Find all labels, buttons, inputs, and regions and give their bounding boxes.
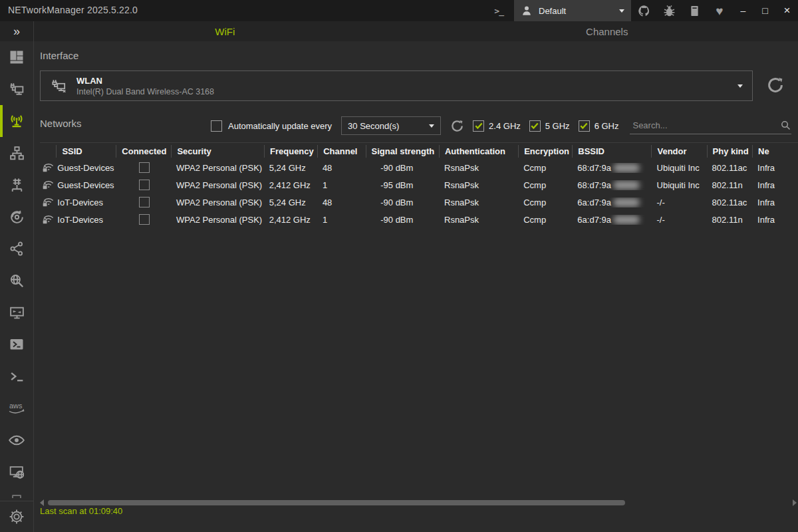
svg-text:aws: aws [9,402,23,410]
sidebar-item-settings[interactable] [0,501,33,532]
sponsor-button[interactable]: ♥ [707,0,732,21]
column-phy-kind[interactable]: Phy kind [708,145,753,158]
aws-icon: aws [7,400,27,417]
band-filter-24ghz[interactable]: 2.4 GHz [473,120,521,132]
sidebar-item-remote-desktop[interactable] [0,297,33,329]
cell-encryption: Ccmp [519,198,573,207]
monitor-globe-icon [9,464,25,481]
column-signal-strength[interactable]: Signal strength [366,145,440,158]
cell-ssid: IoT-Devices [57,215,116,225]
cell-authentication: RsnaPsk [440,198,519,207]
reload-interfaces-button[interactable] [762,72,789,98]
sidebar-item-wifi[interactable] [0,105,33,137]
cell-network: Infra [753,198,798,207]
report-bug-button[interactable] [656,0,682,21]
sidebar-item-ip-scanner[interactable] [0,137,33,169]
refresh-icon [765,75,785,95]
rescan-button[interactable] [449,118,465,134]
profile-selector[interactable]: Default [514,0,631,21]
cell-security: WPA2 Personal (PSK) [172,215,265,225]
column-bssid[interactable]: BSSID [573,145,652,158]
tab-channels[interactable]: Channels [416,21,798,41]
sidebar-item-tigervnc[interactable] [0,424,33,456]
connected-checkbox[interactable] [139,197,150,207]
horizontal-scrollbar[interactable] [40,499,797,507]
connected-checkbox[interactable] [139,162,150,173]
wifi-lock-icon [42,196,55,209]
band-checkbox[interactable] [579,120,590,132]
scroll-right-icon[interactable] [793,499,797,506]
column-vendor[interactable]: Vendor [652,145,707,158]
cell-network: Infra [753,215,798,225]
sidebar-item-partial-icon[interactable] [12,495,21,498]
column-ssid[interactable]: SSID [57,145,116,158]
auto-update-label: Automatically update every [228,121,332,131]
sidebar-item-dashboard[interactable] [0,41,33,73]
search-field[interactable] [630,117,791,134]
cell-vendor: Ubiquiti Inc [652,163,708,173]
cell-ssid: Guest-Devices [57,180,116,190]
sidebar-item-ping-monitor[interactable] [0,201,33,233]
scroll-left-icon[interactable] [40,499,44,506]
table-row[interactable]: IoT-Devices WPA2 Personal (PSK) 5,24 GHz… [40,194,798,211]
check-icon [530,121,539,130]
networks-heading: Networks [40,118,82,129]
search-input[interactable] [630,120,780,130]
networks-controls: Automatically update every 30 Second(s) … [211,116,791,136]
band-checkbox[interactable] [529,120,541,132]
app-sidebar: aws [0,41,34,532]
minimize-button[interactable]: – [732,0,754,21]
wifi-lock-icon [42,178,55,192]
window-title: NETworkManager 2025.5.22.0 [8,5,138,15]
tab-wifi[interactable]: WiFi [34,21,416,41]
cell-authentication: RsnaPsk [440,163,519,173]
cell-ssid: IoT-Devices [57,198,116,207]
documentation-button[interactable] [682,0,707,21]
wifi-icon [8,112,25,130]
connected-checkbox[interactable] [139,214,150,225]
interface-description: Intel(R) Dual Band Wireless-AC 3168 [76,87,214,96]
cell-vendor: -/- [652,198,708,207]
sidebar-item-putty[interactable] [0,360,33,392]
heart-icon: ♥ [716,5,723,17]
sidebar-item-aws-session-manager[interactable]: aws [0,392,33,424]
globe-search-icon [9,273,25,289]
band-checkbox[interactable] [473,120,484,132]
sidebar-item-powershell[interactable] [0,329,33,360]
sidebar-item-network-interface[interactable] [0,73,33,105]
bug-icon [662,4,676,18]
redacted-blur [613,215,640,224]
sidebar-item-traceroute[interactable] [0,233,33,265]
table-row[interactable]: IoT-Devices WPA2 Personal (PSK) 2,412 GH… [40,211,798,228]
interval-select[interactable]: 30 Second(s) [341,116,441,135]
interface-select[interactable]: WLAN Intel(R) Dual Band Wireless-AC 3168 [40,70,753,101]
column-connected[interactable]: Connected [116,145,172,158]
cell-bssid: 68:d7:9a [573,163,652,173]
sidebar-item-dns-lookup[interactable] [0,265,33,297]
github-button[interactable] [631,0,656,21]
column-frequency[interactable]: Frequency [265,145,318,158]
column-channel[interactable]: Channel [318,145,366,158]
connected-checkbox[interactable] [139,180,150,190]
sidebar-item-web-console[interactable] [0,456,33,488]
band-filter-5ghz[interactable]: 5 GHz [529,120,570,132]
sidebar-expand-button[interactable]: » [0,21,34,41]
interface-heading: Interface [40,50,78,61]
chevron-down-icon [737,84,743,88]
table-row[interactable]: Guest-Devices WPA2 Personal (PSK) 2,412 … [40,176,798,194]
run-command-icon[interactable]: >_ [494,6,503,16]
column-authentication[interactable]: Authentication [440,145,519,158]
table-row[interactable]: Guest-Devices WPA2 Personal (PSK) 5,24 G… [40,159,798,176]
sidebar-item-port-scanner[interactable] [0,169,33,201]
maximize-button[interactable]: □ [754,0,776,21]
column-network[interactable]: Ne [753,145,798,158]
cell-signal-strength: -90 dBm [366,163,440,173]
close-button[interactable]: × [776,0,798,21]
auto-update-checkbox[interactable] [211,120,222,132]
column-security[interactable]: Security [172,145,265,158]
scrollbar-thumb[interactable] [48,500,625,505]
eye-icon [8,432,25,449]
column-encryption[interactable]: Encryption [519,145,573,158]
cell-bssid: 68:d7:9a [573,180,652,190]
band-filter-6ghz[interactable]: 6 GHz [579,120,619,132]
